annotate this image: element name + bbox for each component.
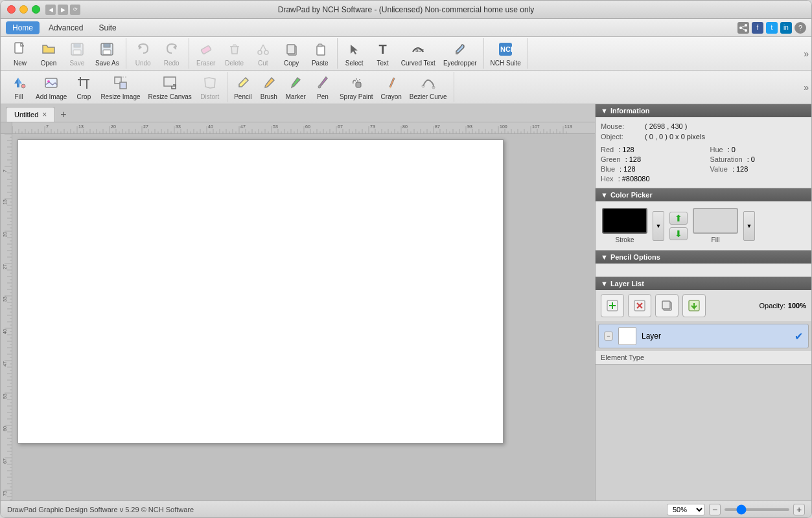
svg-marker-12 xyxy=(139,45,142,50)
zoom-select[interactable]: 50% 25% 75% 100% 150% 200% xyxy=(667,504,705,515)
layer-list-header[interactable]: ▼ Layer List xyxy=(596,277,811,290)
down-arrow-icon: ⬇ xyxy=(675,229,682,239)
fill-container: Fill xyxy=(693,208,738,243)
add-image-button[interactable]: Add Image xyxy=(32,72,71,102)
redo-button[interactable]: Redo xyxy=(157,38,186,69)
zoom-out-button[interactable]: − xyxy=(709,504,721,515)
stroke-swatch[interactable] xyxy=(602,208,647,234)
layer-visible-check[interactable]: ✔ xyxy=(795,330,803,343)
information-header[interactable]: ▼ Information xyxy=(596,104,811,117)
new-icon xyxy=(11,40,29,58)
facebook-icon[interactable]: f xyxy=(752,22,763,34)
back-icon[interactable]: ◀ xyxy=(45,5,56,15)
undo-button[interactable]: Undo xyxy=(129,38,157,69)
svg-text:67: 67 xyxy=(338,124,343,129)
share-icon[interactable] xyxy=(737,22,749,34)
cut-icon xyxy=(254,40,272,58)
forward-icon[interactable]: ▶ xyxy=(58,5,68,15)
spray-paint-button[interactable]: Spray Paint xyxy=(336,72,377,102)
tab-close-button[interactable]: × xyxy=(42,110,47,119)
delete-layer-button[interactable] xyxy=(628,294,651,317)
green-value: : 128 xyxy=(625,155,641,163)
hex-row: Hex : #808080 xyxy=(601,175,697,183)
svg-point-44 xyxy=(359,79,360,80)
history-icon[interactable]: ⟳ xyxy=(70,5,80,15)
svg-line-3 xyxy=(741,25,746,28)
eraser-button[interactable]: Eraser xyxy=(192,38,220,69)
select-button[interactable]: Select xyxy=(340,38,369,69)
save-button[interactable]: Save xyxy=(63,38,91,69)
swap-colors-button[interactable]: ⬆ ⬇ xyxy=(669,212,688,240)
close-button[interactable] xyxy=(7,5,16,14)
swap-down-arrow[interactable]: ⬇ xyxy=(669,227,688,240)
copy-button[interactable]: Copy xyxy=(277,38,306,69)
marker-button[interactable]: Marker xyxy=(282,72,310,102)
paint-tools-group: Pencil Brush Marker Pen xyxy=(227,72,454,102)
pencil-options-header[interactable]: ▼ Pencil Options xyxy=(596,251,811,264)
redo-icon xyxy=(163,40,181,58)
canvas[interactable] xyxy=(17,139,504,444)
right-panel: ▼ Information Mouse: ( 2698 , 430 ) Obje… xyxy=(595,104,811,501)
stroke-dropdown[interactable]: ▼ xyxy=(653,211,664,241)
mouse-row: Mouse: ( 2698 , 430 ) xyxy=(601,122,806,130)
menu-home[interactable]: Home xyxy=(6,21,40,34)
layer-item[interactable]: − Layer ✔ xyxy=(598,324,809,348)
add-layer-button[interactable] xyxy=(601,294,624,317)
zoom-in-button[interactable]: + xyxy=(793,504,805,515)
resize-image-button[interactable]: Resize Image xyxy=(97,72,144,102)
svg-text:73: 73 xyxy=(3,491,7,496)
maximize-button[interactable] xyxy=(32,5,40,14)
hue-label: Hue xyxy=(710,146,723,153)
menu-advanced[interactable]: Advanced xyxy=(42,21,89,34)
pencil-button[interactable]: Pencil xyxy=(230,72,256,102)
statusbar: DrawPad Graphic Design Software v 5.29 ©… xyxy=(1,501,811,517)
save-as-button[interactable]: Save As xyxy=(91,38,123,69)
menu-suite[interactable]: Suite xyxy=(92,21,122,34)
distort-button[interactable]: Distort xyxy=(196,72,224,102)
move-layer-down-button[interactable] xyxy=(682,294,706,317)
horizontal-ruler: 713202733404753606773808793100107113 xyxy=(12,122,595,134)
object-row: Object: ( 0 , 0 ) 0 x 0 pixels xyxy=(601,133,806,141)
new-button[interactable]: New xyxy=(6,38,34,69)
resize-canvas-button[interactable]: Resize Canvas xyxy=(145,72,196,102)
crop-label: Crop xyxy=(77,93,91,100)
bezier-curve-button[interactable]: Bezier Curve xyxy=(406,72,451,102)
crop-button[interactable]: Crop xyxy=(71,72,97,102)
add-tab-button[interactable]: + xyxy=(56,107,70,122)
pen-button[interactable]: Pen xyxy=(310,72,336,102)
text-button[interactable]: T Text xyxy=(369,38,397,69)
cut-button[interactable]: Cut xyxy=(249,38,277,69)
toolbar-overflow[interactable]: » xyxy=(804,38,809,69)
twitter-icon[interactable]: t xyxy=(766,22,778,34)
crayon-button[interactable]: Crayon xyxy=(377,72,406,102)
svg-rect-11 xyxy=(103,50,111,54)
nch-suite-button[interactable]: NCH NCH Suite xyxy=(487,38,525,69)
up-arrow-icon: ⬆ xyxy=(675,213,682,223)
paste-button[interactable]: Paste xyxy=(306,38,334,69)
canvas-scroll[interactable] xyxy=(12,134,595,501)
help-button[interactable]: ? xyxy=(795,22,806,34)
tab-untitled[interactable]: Untitled × xyxy=(6,107,55,122)
color-picker-header[interactable]: ▼ Color Picker xyxy=(596,188,811,201)
color-picker-title: Color Picker xyxy=(610,191,653,199)
delete-button[interactable]: Delete xyxy=(220,38,249,69)
fill-button[interactable]: Fill xyxy=(6,72,32,102)
fill-dropdown[interactable]: ▼ xyxy=(743,211,755,241)
ruler-corner xyxy=(1,122,12,134)
fill-label: Fill xyxy=(15,93,23,100)
color-info-grid: Red : 128 Hue : 0 Green : 128 Saturati xyxy=(601,146,806,183)
sat-row: Saturation : 0 xyxy=(710,155,807,163)
fill-swatch[interactable] xyxy=(693,208,738,234)
duplicate-layer-button[interactable] xyxy=(655,294,679,317)
minimize-button[interactable] xyxy=(19,5,28,14)
open-button[interactable]: Open xyxy=(34,38,63,69)
eyedropper-button[interactable]: Eyedropper xyxy=(439,38,481,69)
curved-text-button[interactable]: abc Curved Text xyxy=(397,38,439,69)
layer-visibility-toggle[interactable]: − xyxy=(604,332,613,341)
swap-up-arrow[interactable]: ⬆ xyxy=(669,212,688,225)
zoom-slider[interactable] xyxy=(725,508,789,511)
linkedin-icon[interactable]: in xyxy=(780,22,792,34)
brush-button[interactable]: Brush xyxy=(256,72,282,102)
svg-text:60: 60 xyxy=(3,426,7,431)
opacity-value: 100% xyxy=(788,302,806,310)
